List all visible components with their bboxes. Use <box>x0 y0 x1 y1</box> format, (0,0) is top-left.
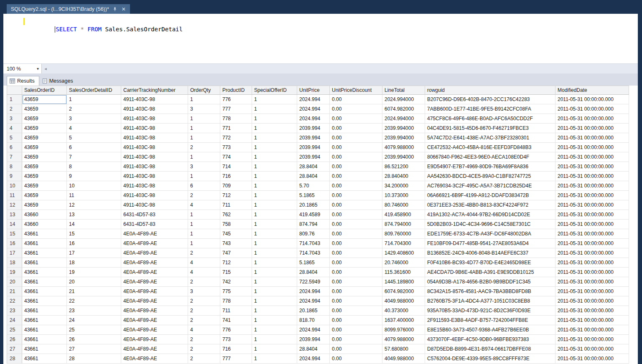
grid-cell[interactable]: 2024.994 <box>297 104 330 114</box>
grid-cell[interactable]: 776 <box>220 95 252 104</box>
column-header-SalesOrderDetailID[interactable]: SalesOrderDetailID <box>67 86 121 95</box>
grid-cell[interactable]: 4E0A-4F89-AE <box>121 268 188 277</box>
grid-cell[interactable]: 43659 <box>22 114 67 124</box>
grid-cell[interactable]: 2011-05-31 00:00:00.000 <box>555 133 629 143</box>
grid-cell[interactable]: 1 <box>188 133 220 143</box>
grid-cell[interactable]: 1 <box>252 104 297 114</box>
grid-cell[interactable]: 0.00 <box>330 277 382 287</box>
grid-cell[interactable]: 1 <box>252 200 297 210</box>
grid-cell[interactable]: 0.00 <box>330 229 382 239</box>
grid-cell[interactable]: 0.00 <box>330 335 382 344</box>
grid-cell[interactable]: 1 <box>252 152 297 162</box>
grid-cell[interactable]: 2011-05-31 00:00:00.000 <box>555 248 629 258</box>
grid-cell[interactable]: 2011-05-31 00:00:00.000 <box>555 239 629 248</box>
grid-cell[interactable]: 0E371EE3-253E-4BB0-B813-83CF4224F972 <box>425 200 555 210</box>
column-header-UnitPriceDiscount[interactable]: UnitPriceDiscount <box>330 86 382 95</box>
grid-cell[interactable]: 774 <box>220 152 252 162</box>
grid-cell[interactable]: 0.00 <box>330 268 382 277</box>
row-header[interactable]: 21 <box>7 287 22 296</box>
grid-cell[interactable]: 818.70 <box>297 316 330 325</box>
grid-cell[interactable]: 4E0A-4F89-AE <box>121 296 188 306</box>
grid-cell[interactable]: 26 <box>67 335 121 344</box>
grid-cell[interactable]: 4911-403C-98 <box>121 114 188 124</box>
grid-cell[interactable]: 776 <box>220 325 252 335</box>
row-header[interactable]: 22 <box>7 296 22 306</box>
grid-cell[interactable]: 43659 <box>22 172 67 181</box>
grid-cell[interactable]: 0.00 <box>330 220 382 229</box>
grid-cell[interactable]: B207C96D-D9E6-402B-8470-2CC176C42283 <box>425 95 555 104</box>
grid-cell[interactable]: 86.521200 <box>382 162 425 172</box>
grid-cell[interactable]: 2011-05-31 00:00:00.000 <box>555 229 629 239</box>
grid-cell[interactable]: 1445.189800 <box>382 277 425 287</box>
grid-cell[interactable]: 2 <box>188 296 220 306</box>
grid-cell[interactable]: E9D54907-E7B7-4969-80D9-76BA69F8A836 <box>425 162 555 172</box>
column-header-CarrierTrackingNumber[interactable]: CarrierTrackingNumber <box>121 86 188 95</box>
grid-cell[interactable]: 6074.982000 <box>382 287 425 296</box>
grid-cell[interactable]: 115.361600 <box>382 268 425 277</box>
grid-cell[interactable]: AE4CDA7D-9B6E-4ABB-A391-E9E9DDB10125 <box>425 268 555 277</box>
grid-cell[interactable]: 1 <box>252 316 297 325</box>
grid-cell[interactable]: D87D5EDB-B899-4E31-B974-06617DBFFE08 <box>425 344 555 354</box>
grid-cell[interactable]: 714.7043 <box>297 248 330 258</box>
grid-cell[interactable]: 1637.400000 <box>382 316 425 325</box>
grid-cell[interactable]: 20 <box>67 277 121 287</box>
grid-cell[interactable]: 1429.408600 <box>382 248 425 258</box>
grid-cell[interactable]: 2039.994 <box>297 133 330 143</box>
grid-cell[interactable]: 874.794000 <box>382 220 425 229</box>
grid-cell[interactable]: 2011-05-31 00:00:00.000 <box>555 325 629 335</box>
zoom-control[interactable]: 100 % ▾ <box>3 64 42 73</box>
grid-cell[interactable]: 1 <box>252 277 297 287</box>
row-header[interactable]: 19 <box>7 268 22 277</box>
grid-cell[interactable]: B136852E-24C9-4006-8048-B14AEFE6C337 <box>425 248 555 258</box>
grid-cell[interactable]: 4911-403C-98 <box>121 124 188 133</box>
grid-cell[interactable]: 43659 <box>22 181 67 191</box>
grid-cell[interactable]: 2011-05-31 00:00:00.000 <box>555 220 629 229</box>
grid-cell[interactable]: 2011-05-31 00:00:00.000 <box>555 181 629 191</box>
grid-cell[interactable]: 4911-403C-98 <box>121 143 188 152</box>
grid-cell[interactable]: 2039.994000 <box>382 152 425 162</box>
grid-cell[interactable]: AA542630-BDCD-4CE5-89A0-C1BF82747725 <box>425 172 555 181</box>
grid-cell[interactable]: 2024.994 <box>297 354 330 364</box>
grid-cell[interactable]: 43661 <box>22 344 67 354</box>
grid-cell[interactable]: F0F410B6-BC93-4D77-B70D-E4E2465D98EE <box>425 258 555 268</box>
grid-cell[interactable]: 28.8404 <box>297 344 330 354</box>
grid-cell[interactable]: 0.00 <box>330 354 382 364</box>
row-header[interactable]: 25 <box>7 325 22 335</box>
grid-cell[interactable]: 4E0A-4F89-AE <box>121 306 188 316</box>
grid-cell[interactable]: 28.8404 <box>297 162 330 172</box>
grid-cell[interactable]: E8E15B60-3A73-4507-9368-A4FB27B6EE0B <box>425 325 555 335</box>
grid-cell[interactable]: 935A70B5-33AD-473D-921C-8D2C36F0D93E <box>425 306 555 316</box>
grid-cell[interactable]: 1 <box>252 124 297 133</box>
grid-cell[interactable]: 4 <box>188 325 220 335</box>
grid-cell[interactable]: 1 <box>252 296 297 306</box>
grid-cell[interactable]: 4911-403C-98 <box>121 200 188 210</box>
grid-cell[interactable]: 747 <box>220 248 252 258</box>
grid-cell[interactable]: CE472532-A4C0-45BA-816E-EEFD3FD848B3 <box>425 143 555 152</box>
grid-cell[interactable]: 1 <box>188 220 220 229</box>
horizontal-scrollbar[interactable] <box>49 64 638 73</box>
grid-cell[interactable]: 43659 <box>22 95 67 104</box>
grid-cell[interactable]: 4E0A-4F89-AE <box>121 277 188 287</box>
row-header[interactable]: 2 <box>7 104 22 114</box>
grid-cell[interactable]: 5.1865 <box>297 258 330 268</box>
grid-cell[interactable]: 4079.988000 <box>382 143 425 152</box>
grid-cell[interactable]: 24 <box>67 316 121 325</box>
grid-cell[interactable]: 4911-403C-98 <box>121 152 188 162</box>
grid-cell[interactable]: C5762004-DE9E-4339-95E5-89CC8FFF873E <box>425 354 555 364</box>
grid-cell[interactable]: 4E0A-4F89-AE <box>121 325 188 335</box>
grid-cell[interactable]: 43661 <box>22 306 67 316</box>
grid-cell[interactable]: 11 <box>67 191 121 200</box>
grid-cell[interactable]: 0.00 <box>330 239 382 248</box>
grid-cell[interactable]: 775 <box>220 287 252 296</box>
grid-cell[interactable]: 22 <box>67 296 121 306</box>
grid-cell[interactable]: 1 <box>252 229 297 239</box>
grid-cell[interactable]: 43661 <box>22 287 67 296</box>
column-header-LineTotal[interactable]: LineTotal <box>382 86 425 95</box>
grid-cell[interactable]: 43659 <box>22 152 67 162</box>
grid-cell[interactable]: 4E0A-4F89-AE <box>121 239 188 248</box>
grid-cell[interactable]: 1 <box>252 210 297 220</box>
grid-cell[interactable]: 23 <box>67 306 121 316</box>
grid-cell[interactable]: 40.373000 <box>382 306 425 316</box>
grid-cell[interactable]: 1 <box>252 344 297 354</box>
grid-cell[interactable]: 2 <box>188 344 220 354</box>
